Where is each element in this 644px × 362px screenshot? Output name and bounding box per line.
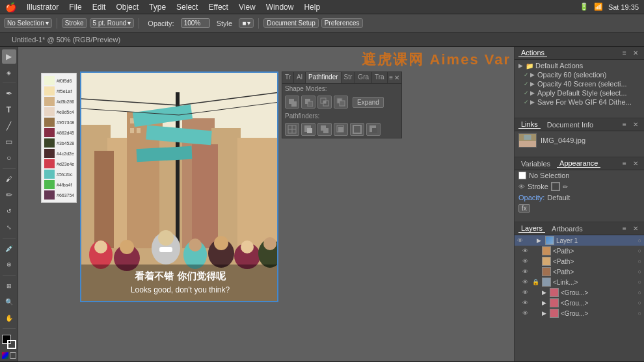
- stroke-edit-icon[interactable]: ✏: [563, 183, 568, 190]
- appearance-menu-icon[interactable]: ≡: [620, 159, 629, 168]
- actions-menu-icon[interactable]: ≡: [620, 49, 629, 58]
- group-2-target-icon[interactable]: ○: [638, 300, 641, 306]
- type-tool[interactable]: T: [2, 103, 16, 117]
- variables-tab[interactable]: Variables: [518, 160, 553, 168]
- layer-group-2[interactable]: 👁 ▶ <Grou...> ○: [520, 298, 644, 308]
- merge-btn[interactable]: [317, 123, 332, 136]
- path-1-target-icon[interactable]: ○: [638, 248, 641, 254]
- document-tab[interactable]: Untitled-1* @ 50% (RGB/Preview): [5, 34, 127, 45]
- outline-btn[interactable]: [350, 123, 364, 136]
- none-icon[interactable]: [10, 352, 16, 359]
- fx-row[interactable]: fx: [515, 203, 644, 214]
- actions-tab[interactable]: Actions: [518, 49, 547, 57]
- pf-tab-al[interactable]: Al: [294, 72, 306, 83]
- action-item-1[interactable]: ✓ ▶ Opacity 60 (selection): [520, 70, 644, 79]
- swatch-2[interactable]: #f5e1af: [44, 86, 74, 96]
- eyedropper-tool[interactable]: 💉: [2, 242, 16, 256]
- group-1-eye-icon[interactable]: 👁: [522, 289, 530, 296]
- intersect-btn[interactable]: [317, 96, 332, 109]
- rotate-tool[interactable]: ↺: [2, 204, 16, 218]
- layers-menu-icon[interactable]: ≡: [620, 224, 629, 233]
- group-1-arrow-icon[interactable]: ▶: [542, 289, 546, 296]
- swatch-1[interactable]: #f0f5d6: [44, 76, 74, 85]
- link-target-icon[interactable]: ○: [638, 279, 641, 285]
- color-mode-icon[interactable]: [2, 352, 8, 359]
- swatch-7[interactable]: #3b4528: [44, 138, 74, 148]
- path-3-eye-icon[interactable]: 👁: [522, 268, 530, 275]
- menu-effect[interactable]: Effect: [208, 3, 228, 12]
- minus-back-btn[interactable]: [366, 123, 381, 136]
- pf-tab-tr[interactable]: Tr: [282, 72, 294, 83]
- appearance-tab[interactable]: Appearance: [557, 159, 600, 168]
- layers-tab[interactable]: Layers: [518, 224, 545, 233]
- stroke-weight-dropdown[interactable]: 5 pt. Round ▾: [90, 18, 135, 28]
- scale-tool[interactable]: ⤡: [2, 220, 16, 235]
- layer-path-2[interactable]: 👁 <Path> ○: [520, 256, 644, 266]
- doc-info-tab[interactable]: Document Info: [544, 121, 597, 129]
- group-2-arrow-icon[interactable]: ▶: [542, 300, 546, 306]
- zoom-tool[interactable]: 🔍: [2, 295, 16, 309]
- layer-1-row[interactable]: 👁 ▶ Layer 1 ○: [515, 235, 644, 246]
- layer-1-target-icon[interactable]: ○: [638, 237, 641, 244]
- stroke-color-indicator[interactable]: [551, 182, 560, 191]
- menu-help[interactable]: Help: [304, 3, 320, 12]
- actions-close-icon[interactable]: ✕: [631, 49, 640, 58]
- stroke-mode-dropdown[interactable]: Stroke: [62, 18, 87, 28]
- swatch-3[interactable]: #d3b286: [44, 97, 74, 106]
- stroke-eye-icon[interactable]: 👁: [518, 183, 525, 190]
- selection-dropdown[interactable]: No Selection ▾: [4, 18, 52, 28]
- pen-tool[interactable]: ✒: [2, 86, 16, 101]
- fill-stroke-widget[interactable]: [2, 335, 16, 349]
- links-tab[interactable]: Links: [518, 120, 541, 129]
- crop-btn[interactable]: [334, 123, 348, 136]
- opacity-input[interactable]: [181, 18, 210, 28]
- group-3-arrow-icon[interactable]: ▶: [542, 310, 546, 317]
- menu-window[interactable]: Window: [266, 3, 294, 12]
- canvas-area[interactable]: #f0f5d6 #f5e1af #d3b286 #e8d5c4 #957348 …: [18, 47, 514, 361]
- appearance-close-icon[interactable]: ✕: [631, 159, 640, 168]
- pf-tab-str[interactable]: Str: [342, 72, 356, 83]
- expand-btn[interactable]: Expand: [353, 97, 384, 108]
- menu-type[interactable]: Type: [149, 3, 166, 12]
- layer-group-1[interactable]: 👁 ▶ <Grou...> ○: [520, 287, 644, 298]
- layer-group-3[interactable]: 👁 ▶ <Grou...> ○: [520, 308, 644, 318]
- unite-btn[interactable]: [285, 96, 299, 109]
- stroke-row[interactable]: 👁 Stroke ✏: [515, 181, 644, 192]
- layer-path-1[interactable]: 👁 <Path> ○: [520, 246, 644, 256]
- stroke-color[interactable]: [7, 340, 16, 349]
- swatch-9[interactable]: #d23e4e: [44, 159, 74, 168]
- group-2-eye-icon[interactable]: 👁: [522, 300, 530, 306]
- link-lock-icon[interactable]: 🔒: [532, 279, 540, 285]
- path-2-eye-icon[interactable]: 👁: [522, 258, 530, 265]
- swatch-12[interactable]: #663754: [44, 190, 74, 200]
- path-1-eye-icon[interactable]: 👁: [522, 248, 530, 254]
- layer-link[interactable]: 👁 🔒 <Link...> ○: [520, 277, 644, 287]
- swatch-11[interactable]: #4fba4f: [44, 180, 74, 189]
- swatch-5[interactable]: #957348: [44, 118, 74, 127]
- group-1-target-icon[interactable]: ○: [638, 289, 641, 296]
- menu-illustrator[interactable]: Illustrator: [27, 3, 59, 12]
- actions-folder[interactable]: ▶ 📁 Default Actions: [515, 61, 644, 70]
- hand-tool[interactable]: ✋: [2, 311, 16, 325]
- rect-tool[interactable]: ▭: [2, 135, 16, 149]
- action-item-4[interactable]: ✓ ▶ Save For Web GIF 64 Dithe...: [520, 97, 644, 107]
- menu-file[interactable]: File: [69, 3, 81, 12]
- group-3-eye-icon[interactable]: 👁: [522, 310, 530, 317]
- direct-select-tool[interactable]: ◈: [2, 66, 16, 80]
- action-item-2[interactable]: ✓ ▶ Opacity 40 Screen (selecti...: [520, 79, 644, 88]
- layer-1-eye-icon[interactable]: 👁: [517, 237, 525, 244]
- artboard-tool[interactable]: ⊞: [2, 279, 16, 293]
- layer-1-arrow-icon[interactable]: ▶: [537, 237, 541, 244]
- no-sel-checkbox[interactable]: [518, 172, 526, 179]
- document-setup-btn[interactable]: Document Setup: [263, 18, 319, 28]
- blend-tool[interactable]: ⊗: [2, 257, 16, 272]
- divide-btn[interactable]: [285, 123, 299, 136]
- group-3-target-icon[interactable]: ○: [638, 310, 641, 317]
- path-3-target-icon[interactable]: ○: [638, 268, 641, 275]
- trim-btn[interactable]: [301, 123, 315, 136]
- ellipse-tool[interactable]: ○: [2, 151, 16, 165]
- path-2-target-icon[interactable]: ○: [638, 258, 641, 265]
- swatch-10[interactable]: #5fc2bc: [44, 170, 74, 179]
- menu-view[interactable]: View: [239, 3, 256, 12]
- link-item-1[interactable]: IMG_0449.jpg: [515, 131, 644, 149]
